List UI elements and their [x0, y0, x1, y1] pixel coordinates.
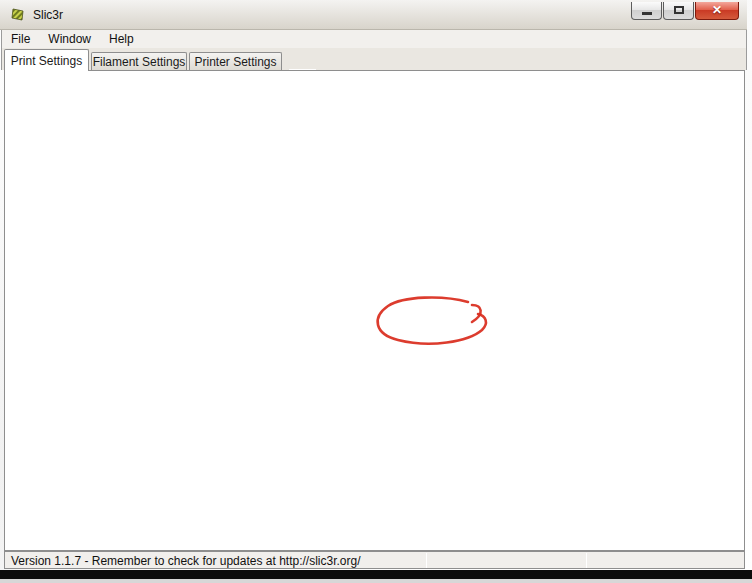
- window-title: Slic3r: [33, 8, 63, 22]
- menu-window[interactable]: Window: [39, 31, 100, 47]
- slic3r-logo-icon: [10, 7, 26, 23]
- minimize-icon: [642, 12, 652, 15]
- status-text: Version 1.1.7 - Remember to check for up…: [11, 554, 361, 568]
- title-bar[interactable]: Slic3r ✕: [0, 0, 747, 30]
- close-button[interactable]: ✕: [695, 2, 739, 20]
- tab-filament-settings[interactable]: Filament Settings: [91, 52, 187, 70]
- status-separator: [426, 553, 427, 568]
- print-settings-panel: [4, 70, 745, 551]
- close-icon: ✕: [696, 3, 738, 17]
- maximize-button[interactable]: [663, 2, 694, 20]
- tab-printer-settings[interactable]: Printer Settings: [189, 52, 282, 70]
- minimize-button[interactable]: [631, 2, 662, 20]
- bottom-light-strip: [0, 579, 752, 583]
- screen: Slic3r ✕ File Window Help Print Settings…: [0, 0, 752, 583]
- menu-bar: File Window Help: [1, 30, 747, 48]
- status-bar: Version 1.1.7 - Remember to check for up…: [4, 551, 745, 569]
- menu-help[interactable]: Help: [100, 31, 143, 47]
- maximize-icon: [674, 6, 684, 14]
- status-separator: [586, 553, 587, 568]
- bottom-dark-strip: [0, 570, 752, 579]
- tab-print-settings[interactable]: Print Settings: [4, 49, 89, 71]
- menu-file[interactable]: File: [2, 31, 39, 47]
